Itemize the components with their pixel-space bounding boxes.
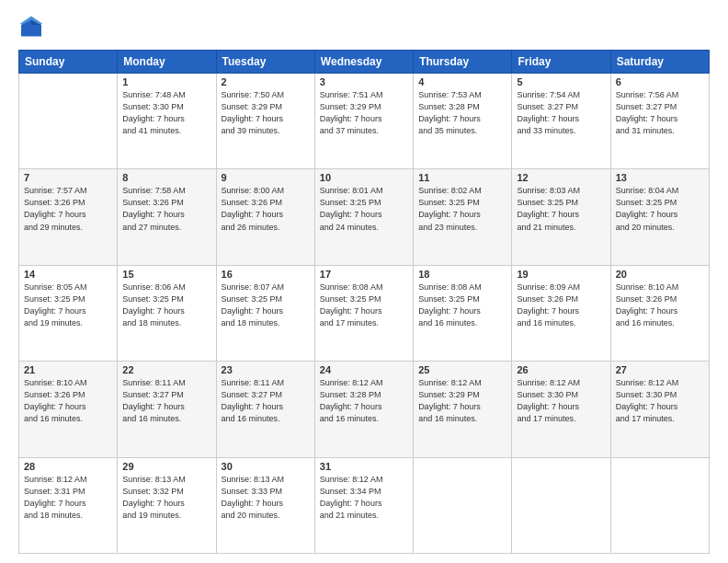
- day-info: Sunrise: 8:12 AM Sunset: 3:28 PM Dayligh…: [320, 377, 408, 425]
- calendar-cell: [512, 457, 610, 553]
- day-number: 27: [616, 364, 704, 375]
- day-info: Sunrise: 7:48 AM Sunset: 3:30 PM Dayligh…: [122, 89, 210, 137]
- day-info: Sunrise: 7:57 AM Sunset: 3:26 PM Dayligh…: [24, 185, 112, 233]
- calendar-cell: 27Sunrise: 8:12 AM Sunset: 3:30 PM Dayli…: [610, 362, 709, 457]
- day-info: Sunrise: 8:13 AM Sunset: 3:33 PM Dayligh…: [222, 474, 310, 522]
- weekday-header-friday: Friday: [512, 51, 610, 74]
- day-number: 1: [122, 76, 210, 87]
- weekday-header-wednesday: Wednesday: [314, 51, 413, 74]
- calendar-cell: 18Sunrise: 8:08 AM Sunset: 3:25 PM Dayli…: [414, 265, 512, 361]
- calendar-cell: [19, 74, 118, 169]
- day-info: Sunrise: 8:03 AM Sunset: 3:25 PM Dayligh…: [517, 185, 605, 233]
- calendar-table: SundayMondayTuesdayWednesdayThursdayFrid…: [18, 50, 710, 554]
- day-number: 5: [517, 76, 605, 87]
- calendar-cell: 6Sunrise: 7:56 AM Sunset: 3:27 PM Daylig…: [610, 74, 709, 169]
- day-info: Sunrise: 8:12 AM Sunset: 3:30 PM Dayligh…: [616, 377, 704, 425]
- day-number: 14: [24, 269, 112, 280]
- weekday-header-saturday: Saturday: [610, 51, 709, 74]
- weekday-header-monday: Monday: [118, 51, 216, 74]
- day-number: 30: [222, 461, 310, 472]
- calendar-cell: 1Sunrise: 7:48 AM Sunset: 3:30 PM Daylig…: [118, 74, 216, 169]
- day-number: 12: [517, 172, 605, 183]
- calendar-week-row: 1Sunrise: 7:48 AM Sunset: 3:30 PM Daylig…: [19, 74, 710, 169]
- weekday-header-row: SundayMondayTuesdayWednesdayThursdayFrid…: [19, 51, 710, 74]
- day-number: 3: [320, 76, 408, 87]
- calendar-cell: 12Sunrise: 8:03 AM Sunset: 3:25 PM Dayli…: [512, 169, 610, 265]
- calendar-cell: 31Sunrise: 8:12 AM Sunset: 3:34 PM Dayli…: [314, 457, 413, 553]
- calendar-cell: [414, 457, 512, 553]
- calendar-cell: 8Sunrise: 7:58 AM Sunset: 3:26 PM Daylig…: [118, 169, 216, 265]
- day-number: 19: [517, 269, 605, 280]
- day-number: 13: [616, 172, 704, 183]
- calendar-cell: 25Sunrise: 8:12 AM Sunset: 3:29 PM Dayli…: [414, 362, 512, 457]
- calendar-cell: 20Sunrise: 8:10 AM Sunset: 3:26 PM Dayli…: [610, 265, 709, 361]
- day-number: 15: [122, 269, 210, 280]
- calendar-week-row: 21Sunrise: 8:10 AM Sunset: 3:26 PM Dayli…: [19, 362, 710, 457]
- day-number: 8: [122, 172, 210, 183]
- calendar-cell: 4Sunrise: 7:53 AM Sunset: 3:28 PM Daylig…: [414, 74, 512, 169]
- day-number: 25: [418, 364, 506, 375]
- logo-icon: [18, 15, 44, 40]
- day-number: 26: [517, 364, 605, 375]
- calendar-cell: 22Sunrise: 8:11 AM Sunset: 3:27 PM Dayli…: [118, 362, 216, 457]
- day-info: Sunrise: 8:12 AM Sunset: 3:29 PM Dayligh…: [418, 377, 506, 425]
- svg-rect-2: [21, 25, 41, 36]
- calendar-cell: 14Sunrise: 8:05 AM Sunset: 3:25 PM Dayli…: [19, 265, 118, 361]
- logo: [18, 15, 48, 40]
- day-info: Sunrise: 8:02 AM Sunset: 3:25 PM Dayligh…: [418, 185, 506, 233]
- day-number: 4: [418, 76, 506, 87]
- page: SundayMondayTuesdayWednesdayThursdayFrid…: [0, 0, 728, 563]
- day-number: 6: [616, 76, 704, 87]
- calendar-cell: 13Sunrise: 8:04 AM Sunset: 3:25 PM Dayli…: [610, 169, 709, 265]
- calendar-week-row: 14Sunrise: 8:05 AM Sunset: 3:25 PM Dayli…: [19, 265, 710, 361]
- day-number: 9: [222, 172, 310, 183]
- calendar-cell: [610, 457, 709, 553]
- calendar-cell: 11Sunrise: 8:02 AM Sunset: 3:25 PM Dayli…: [414, 169, 512, 265]
- calendar-cell: 15Sunrise: 8:06 AM Sunset: 3:25 PM Dayli…: [118, 265, 216, 361]
- calendar-cell: 3Sunrise: 7:51 AM Sunset: 3:29 PM Daylig…: [314, 74, 413, 169]
- calendar-cell: 5Sunrise: 7:54 AM Sunset: 3:27 PM Daylig…: [512, 74, 610, 169]
- day-number: 22: [122, 364, 210, 375]
- day-info: Sunrise: 8:05 AM Sunset: 3:25 PM Dayligh…: [24, 282, 112, 329]
- calendar-cell: 16Sunrise: 8:07 AM Sunset: 3:25 PM Dayli…: [216, 265, 314, 361]
- day-info: Sunrise: 8:12 AM Sunset: 3:31 PM Dayligh…: [24, 474, 112, 522]
- header: [18, 15, 710, 40]
- day-number: 7: [24, 172, 112, 183]
- calendar-cell: 29Sunrise: 8:13 AM Sunset: 3:32 PM Dayli…: [118, 457, 216, 553]
- day-info: Sunrise: 8:13 AM Sunset: 3:32 PM Dayligh…: [122, 474, 210, 522]
- day-info: Sunrise: 8:01 AM Sunset: 3:25 PM Dayligh…: [320, 185, 408, 233]
- day-info: Sunrise: 8:10 AM Sunset: 3:26 PM Dayligh…: [24, 377, 112, 425]
- weekday-header-sunday: Sunday: [19, 51, 118, 74]
- calendar-cell: 26Sunrise: 8:12 AM Sunset: 3:30 PM Dayli…: [512, 362, 610, 457]
- calendar-cell: 7Sunrise: 7:57 AM Sunset: 3:26 PM Daylig…: [19, 169, 118, 265]
- day-number: 28: [24, 461, 112, 472]
- calendar-week-row: 7Sunrise: 7:57 AM Sunset: 3:26 PM Daylig…: [19, 169, 710, 265]
- calendar-cell: 28Sunrise: 8:12 AM Sunset: 3:31 PM Dayli…: [19, 457, 118, 553]
- calendar-cell: 30Sunrise: 8:13 AM Sunset: 3:33 PM Dayli…: [216, 457, 314, 553]
- day-info: Sunrise: 7:50 AM Sunset: 3:29 PM Dayligh…: [222, 89, 310, 137]
- day-info: Sunrise: 8:04 AM Sunset: 3:25 PM Dayligh…: [616, 185, 704, 233]
- day-number: 21: [24, 364, 112, 375]
- day-number: 17: [320, 269, 408, 280]
- day-info: Sunrise: 8:09 AM Sunset: 3:26 PM Dayligh…: [517, 282, 605, 329]
- day-info: Sunrise: 7:56 AM Sunset: 3:27 PM Dayligh…: [616, 89, 704, 137]
- calendar-cell: 19Sunrise: 8:09 AM Sunset: 3:26 PM Dayli…: [512, 265, 610, 361]
- day-number: 31: [320, 461, 408, 472]
- day-info: Sunrise: 7:58 AM Sunset: 3:26 PM Dayligh…: [122, 185, 210, 233]
- calendar-week-row: 28Sunrise: 8:12 AM Sunset: 3:31 PM Dayli…: [19, 457, 710, 553]
- day-number: 23: [222, 364, 310, 375]
- calendar-cell: 24Sunrise: 8:12 AM Sunset: 3:28 PM Dayli…: [314, 362, 413, 457]
- day-info: Sunrise: 8:11 AM Sunset: 3:27 PM Dayligh…: [222, 377, 310, 425]
- day-info: Sunrise: 8:08 AM Sunset: 3:25 PM Dayligh…: [320, 282, 408, 329]
- day-number: 11: [418, 172, 506, 183]
- day-info: Sunrise: 7:54 AM Sunset: 3:27 PM Dayligh…: [517, 89, 605, 137]
- weekday-header-thursday: Thursday: [414, 51, 512, 74]
- day-number: 29: [122, 461, 210, 472]
- calendar-cell: 2Sunrise: 7:50 AM Sunset: 3:29 PM Daylig…: [216, 74, 314, 169]
- day-number: 18: [418, 269, 506, 280]
- day-info: Sunrise: 8:00 AM Sunset: 3:26 PM Dayligh…: [222, 185, 310, 233]
- calendar-cell: 17Sunrise: 8:08 AM Sunset: 3:25 PM Dayli…: [314, 265, 413, 361]
- day-info: Sunrise: 7:51 AM Sunset: 3:29 PM Dayligh…: [320, 89, 408, 137]
- day-info: Sunrise: 8:12 AM Sunset: 3:30 PM Dayligh…: [517, 377, 605, 425]
- day-number: 16: [222, 269, 310, 280]
